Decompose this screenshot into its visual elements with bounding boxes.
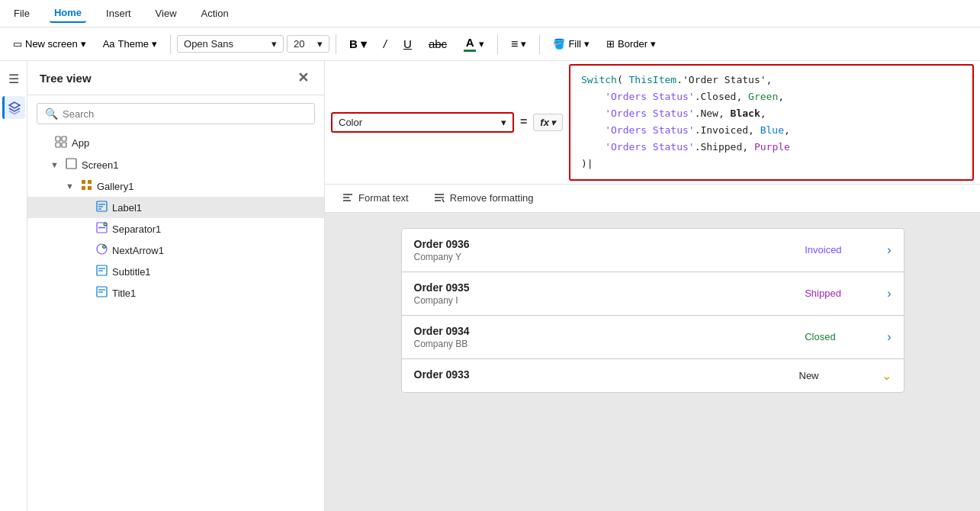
menu-home[interactable]: Home xyxy=(50,4,86,23)
menu-file[interactable]: File xyxy=(9,5,34,22)
order-info-0934: Order 0934 Company BB xyxy=(414,325,805,349)
tree-toggle-screen1: ▼ xyxy=(50,160,61,169)
tree-toggle-gallery1: ▼ xyxy=(66,182,76,191)
order-number-0933: Order 0933 xyxy=(414,368,799,381)
tree-item-app[interactable]: App xyxy=(27,132,324,154)
chevron-down-icon: ▾ xyxy=(584,38,590,50)
svg-rect-2 xyxy=(56,143,60,147)
chevron-down-icon: ▾ xyxy=(152,38,157,50)
svg-rect-1 xyxy=(62,137,66,141)
tree-header: Tree view ✕ xyxy=(27,61,324,95)
border-button[interactable]: ⊞ Border ▾ xyxy=(599,34,663,53)
preview-panel: Order 0936 Company Y Invoiced › Order 09… xyxy=(325,213,980,511)
content-area: Color ▾ = fx ▾ Switch( ThisItem.'Order S… xyxy=(325,61,980,511)
tree-close-button[interactable]: ✕ xyxy=(294,69,312,87)
main-layout: ☰ Tree view ✕ 🔍 xyxy=(0,61,980,511)
tree-item-separator1[interactable]: Separator1 xyxy=(27,218,324,239)
tree-item-separator1-label: Separator1 xyxy=(112,223,312,235)
label-icon xyxy=(96,201,108,214)
tree-item-screen1-label: Screen1 xyxy=(82,159,312,171)
equals-sign: = xyxy=(520,115,527,129)
gallery-row-0936[interactable]: Order 0936 Company Y Invoiced › xyxy=(402,229,904,272)
tree-item-gallery1-label: Gallery1 xyxy=(97,181,312,192)
chevron-down-icon: ▾ xyxy=(317,38,323,50)
fx-button[interactable]: fx ▾ xyxy=(533,114,563,131)
tree-item-subtitle1[interactable]: Subtitle1 xyxy=(27,261,324,282)
order-number-0934: Order 0934 xyxy=(414,325,805,337)
remove-formatting-button[interactable]: Remove formatting xyxy=(429,189,538,207)
hamburger-menu-icon[interactable]: ☰ xyxy=(2,67,25,90)
arrow-icon-0935: › xyxy=(887,287,891,300)
font-size-selector[interactable]: 20 ▾ xyxy=(287,35,329,53)
property-bar: Color ▾ = fx ▾ Switch( ThisItem.'Order S… xyxy=(325,61,980,185)
font-selector[interactable]: Open Sans ▾ xyxy=(177,35,284,53)
menu-insert[interactable]: Insert xyxy=(101,5,136,22)
fill-button[interactable]: 🪣 Fill ▾ xyxy=(546,34,596,53)
font-color-button[interactable]: A ▾ xyxy=(457,32,491,56)
tree-item-screen1[interactable]: ▼ Screen1 xyxy=(27,154,324,175)
svg-rect-5 xyxy=(82,180,85,184)
tree-item-label1[interactable]: Label1 xyxy=(27,197,324,218)
menu-bar: File Home Insert View Action xyxy=(0,0,980,27)
chevron-down-icon: ▾ xyxy=(81,38,86,50)
gallery-card: Order 0936 Company Y Invoiced › Order 09… xyxy=(401,228,904,393)
toolbar-separator-4 xyxy=(539,34,540,54)
order-info-0936: Order 0936 Company Y xyxy=(414,238,805,262)
menu-action[interactable]: Action xyxy=(197,5,233,22)
formula-editor[interactable]: Switch( ThisItem.'Order Status', 'Orders… xyxy=(569,64,974,181)
strikethrough-button[interactable]: abc xyxy=(422,34,454,54)
bold-button[interactable]: B ▾ xyxy=(342,34,374,55)
order-info-0933: Order 0933 xyxy=(414,368,799,382)
svg-rect-0 xyxy=(56,137,60,141)
chevron-down-icon: ▾ xyxy=(501,117,506,128)
chevron-down-icon: ▾ xyxy=(361,37,367,51)
company-0936: Company Y xyxy=(414,252,805,262)
toolbar-separator-1 xyxy=(170,34,171,54)
tree-item-label1-label: Label1 xyxy=(112,202,312,214)
search-input[interactable] xyxy=(63,108,307,120)
svg-rect-3 xyxy=(62,143,66,147)
gallery-row-0933[interactable]: Order 0933 New ⌄ xyxy=(402,359,904,392)
chevron-down-icon: ▾ xyxy=(479,38,484,50)
tree-item-title1[interactable]: Title1 xyxy=(27,282,324,304)
layers-icon[interactable] xyxy=(2,96,25,119)
arrow-icon-0934: › xyxy=(887,330,891,344)
property-dropdown[interactable]: Color ▾ xyxy=(331,112,514,133)
status-0935: Shipped xyxy=(805,288,881,299)
chevron-down-icon: ▾ xyxy=(272,38,277,50)
separator-icon xyxy=(96,222,108,236)
company-0934: Company BB xyxy=(414,339,805,349)
svg-rect-7 xyxy=(82,186,85,190)
nextarrow-icon xyxy=(96,243,108,257)
svg-rect-6 xyxy=(88,180,92,184)
search-box: 🔍 xyxy=(37,103,315,124)
gallery-row-0935[interactable]: Order 0935 Company I Shipped › xyxy=(402,272,904,316)
tree-item-nextarrow1[interactable]: NextArrow1 xyxy=(27,239,324,261)
svg-rect-4 xyxy=(66,159,76,169)
toolbar-separator-3 xyxy=(497,34,498,54)
tree-item-gallery1[interactable]: ▼ Gallery1 xyxy=(27,175,324,197)
underline-button[interactable]: U xyxy=(397,34,419,54)
order-info-0935: Order 0935 Company I xyxy=(414,281,805,306)
status-0933: New xyxy=(799,370,876,381)
sidebar-icons: ☰ xyxy=(0,61,27,511)
chevron-down-icon: ▾ xyxy=(521,38,526,50)
italic-button[interactable]: / xyxy=(377,34,394,54)
screen-icon xyxy=(66,158,77,172)
align-button[interactable]: ≡ ▾ xyxy=(504,34,533,55)
format-text-button[interactable]: Format text xyxy=(337,189,413,207)
new-screen-button[interactable]: ▭ New screen ▾ xyxy=(6,34,93,53)
search-icon: 🔍 xyxy=(45,108,58,120)
toolbar-separator-2 xyxy=(336,34,336,54)
company-0935: Company I xyxy=(414,295,805,306)
chevron-down-icon: ▾ xyxy=(651,38,656,50)
gallery-row-0934[interactable]: Order 0934 Company BB Closed › xyxy=(402,316,904,359)
chevron-down-icon: ▾ xyxy=(551,117,556,128)
border-icon: ⊞ xyxy=(606,38,615,50)
order-number-0936: Order 0936 xyxy=(414,238,805,250)
remove-formatting-icon xyxy=(433,192,445,204)
menu-view[interactable]: View xyxy=(151,5,182,22)
theme-button[interactable]: Aa Theme ▾ xyxy=(96,34,164,53)
subtitle-icon xyxy=(96,265,108,278)
arrow-icon-0936: › xyxy=(887,243,891,257)
